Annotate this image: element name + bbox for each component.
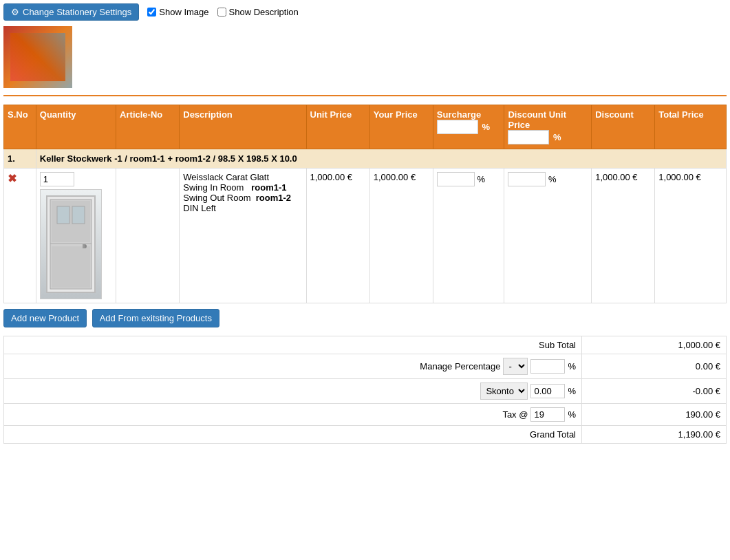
grand-total-row: Grand Total 1,190.00 € — [4, 426, 727, 444]
col-your-price: Your Price — [369, 105, 433, 149]
action-buttons: Add new Product Add From exitsting Produ… — [3, 309, 727, 327]
show-description-text: Show Description — [229, 7, 299, 17]
discount-cell: 1,000.00 € — [592, 169, 655, 303]
add-existing-product-button[interactable]: Add From exitsting Products — [92, 309, 219, 327]
tax-row: Tax @ % 190.00 € — [4, 404, 727, 426]
svg-rect-3 — [52, 246, 90, 288]
gear-icon: ⚙ — [11, 7, 19, 17]
section-number: 1. — [4, 149, 36, 169]
desc-line1: Weisslack Carat Glatt — [183, 172, 269, 182]
manage-value: 0.00 € — [582, 354, 727, 379]
delete-cell: ✖ — [4, 169, 36, 303]
product-row: ✖ — [4, 169, 727, 303]
door-svg — [43, 193, 98, 296]
sub-total-row: Sub Total 1,000.00 € — [4, 336, 727, 354]
skonto-select[interactable]: Skonto Rabatt — [480, 383, 528, 400]
product-image — [40, 189, 102, 299]
desc-swing-out: Swing Out Room — [183, 193, 250, 203]
tax-pct: % — [568, 409, 576, 420]
manage-percentage-label: Manage Percentage - + % — [4, 354, 582, 379]
sub-total-label: Sub Total — [4, 336, 582, 354]
col-unit-price: Unit Price — [306, 105, 369, 149]
col-quantity: Quantity — [36, 105, 116, 149]
section-row: 1. Keller Stockwerk -1 / room1-1 + room1… — [4, 149, 727, 169]
show-image-checkbox[interactable] — [147, 8, 156, 17]
col-total-price: Total Price — [655, 105, 727, 149]
manage-pct: % — [568, 361, 576, 371]
quantity-cell — [36, 169, 116, 303]
tax-value: 190.00 € — [582, 404, 727, 426]
skonto-pct: % — [568, 386, 576, 396]
surcharge-header-input[interactable] — [437, 120, 478, 134]
discount-unit-cell: % — [504, 169, 592, 303]
logo-area — [3, 26, 72, 88]
svg-rect-5 — [83, 244, 85, 248]
show-image-label[interactable]: Show Image — [147, 7, 208, 17]
divider — [3, 95, 727, 96]
surcharge-cell: % — [433, 169, 504, 303]
summary-table: Sub Total 1,000.00 € Manage Percentage -… — [3, 336, 727, 444]
show-description-label[interactable]: Show Description — [217, 7, 299, 17]
desc-swing-in: Swing In Room — [183, 182, 244, 193]
article-no-cell — [116, 169, 180, 303]
skonto-input[interactable] — [530, 384, 565, 398]
discount-unit-header-input[interactable] — [508, 130, 549, 144]
show-description-checkbox[interactable] — [217, 8, 226, 17]
unit-price-cell: 1,000.00 € — [306, 169, 369, 303]
tax-label: Tax @ % — [4, 404, 582, 426]
surcharge-pct: % — [477, 174, 485, 184]
desc-room1: room1-1 — [251, 182, 286, 193]
desc-line4: DIN Left — [183, 203, 216, 213]
quantity-input[interactable] — [40, 172, 74, 186]
manage-select[interactable]: - + — [503, 358, 528, 375]
col-discount-unit: Discount Unit Price % — [504, 105, 592, 149]
settings-button[interactable]: ⚙ Change Stationery Settings — [3, 3, 139, 21]
section-label: Keller Stockwerk -1 / room1-1 + room1-2 … — [36, 149, 726, 169]
skonto-value: -0.00 € — [582, 379, 727, 404]
main-table: S.No Quantity Article-No Description Uni… — [3, 105, 727, 303]
col-description: Description — [180, 105, 306, 149]
desc-room2: room1-2 — [256, 193, 291, 203]
col-sno: S.No — [4, 105, 36, 149]
delete-button[interactable]: ✖ — [8, 172, 17, 185]
discount-unit-percent: % — [553, 132, 561, 142]
col-discount: Discount — [592, 105, 655, 149]
manage-percentage-row: Manage Percentage - + % 0.00 € — [4, 354, 727, 379]
grand-total-value: 1,190.00 € — [582, 426, 727, 444]
description-cell: Weisslack Carat Glatt Swing In Room room… — [180, 169, 306, 303]
grand-total-label: Grand Total — [4, 426, 582, 444]
your-price-cell: 1,000.00 € — [369, 169, 433, 303]
discount-unit-input[interactable] — [508, 172, 546, 186]
skonto-row: Skonto Rabatt % -0.00 € — [4, 379, 727, 404]
settings-button-label: Change Stationery Settings — [23, 7, 131, 17]
logo-image — [10, 33, 65, 81]
svg-rect-6 — [57, 206, 69, 224]
toolbar: ⚙ Change Stationery Settings Show Image … — [3, 3, 727, 21]
manage-input[interactable] — [530, 359, 565, 374]
show-image-text: Show Image — [159, 7, 208, 17]
surcharge-percent: % — [482, 122, 490, 132]
total-price-cell: 1,000.00 € — [655, 169, 727, 303]
col-surcharge: Surcharge % — [433, 105, 504, 149]
surcharge-input[interactable] — [437, 172, 475, 186]
skonto-label: Skonto Rabatt % — [4, 379, 582, 404]
add-new-product-button[interactable]: Add new Product — [3, 309, 87, 327]
discount-unit-pct: % — [548, 174, 557, 184]
sub-total-value: 1,000.00 € — [582, 336, 727, 354]
col-article-no: Article-No — [116, 105, 180, 149]
svg-rect-7 — [72, 206, 85, 224]
tax-input[interactable] — [530, 407, 565, 422]
